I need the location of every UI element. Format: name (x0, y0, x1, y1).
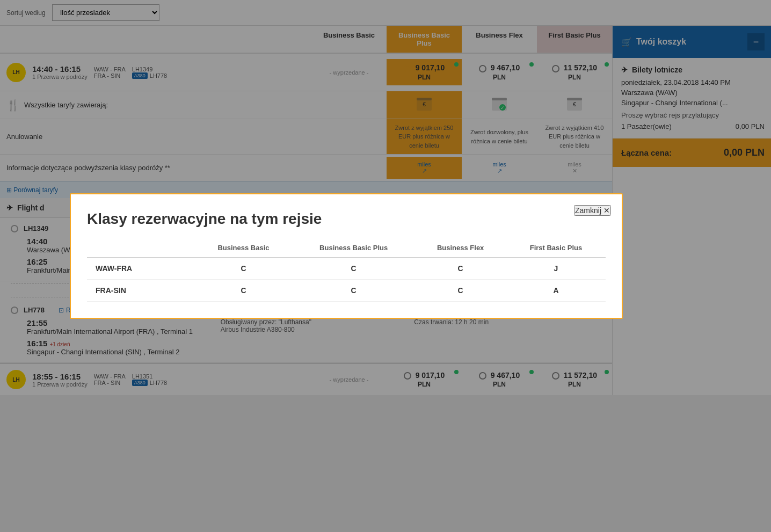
modal-col-empty (87, 238, 194, 258)
modal-title: Klasy rezerwacyjne na tym rejsie (87, 210, 606, 228)
modal-row1-bbp: C (293, 258, 414, 280)
modal-row2-label: FRA-SIN (87, 280, 194, 302)
modal-row-waw-fra: WAW-FRA C C C J (87, 258, 606, 280)
close-x-icon: ✕ (603, 206, 610, 215)
modal-row1-fbp: J (506, 258, 606, 280)
modal-overlay: Klasy rezerwacyjne na tym rejsie Zamknij… (0, 0, 771, 532)
modal: Klasy rezerwacyjne na tym rejsie Zamknij… (70, 193, 623, 319)
modal-close-button[interactable]: Zamknij ✕ (574, 205, 611, 216)
modal-row1-bf: C (414, 258, 506, 280)
modal-row1-label: WAW-FRA (87, 258, 194, 280)
modal-col-bbp: Business Basic Plus (293, 238, 414, 258)
modal-table-header-row: Business Basic Business Basic Plus Busin… (87, 238, 606, 258)
modal-row2-bb: C (194, 280, 293, 302)
modal-row2-fbp: A (506, 280, 606, 302)
modal-row1-bb: C (194, 258, 293, 280)
modal-close-label: Zamknij (575, 206, 601, 215)
page-wrapper: Sortuj według Ilość przesiadek Business … (0, 0, 771, 532)
modal-col-bb: Business Basic (194, 238, 293, 258)
modal-col-bf: Business Flex (414, 238, 506, 258)
modal-row2-bbp: C (293, 280, 414, 302)
modal-row-fra-sin: FRA-SIN C C C A (87, 280, 606, 302)
modal-row2-bf: C (414, 280, 506, 302)
modal-table: Business Basic Business Basic Plus Busin… (87, 238, 606, 302)
modal-col-fbp: First Basic Plus (506, 238, 606, 258)
